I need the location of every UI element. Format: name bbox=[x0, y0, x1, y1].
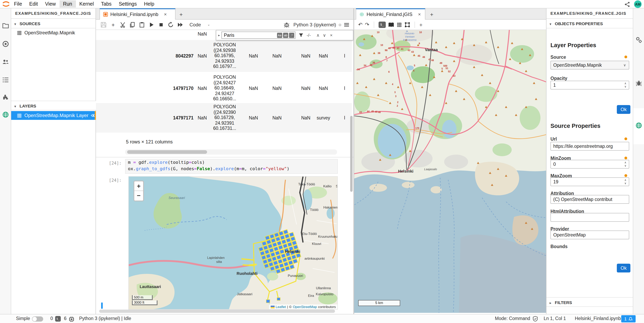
cell-type-select[interactable]: Code bbox=[190, 22, 201, 27]
notebook-hscrollbar-thumb[interactable] bbox=[99, 310, 335, 313]
htmlattribution-input[interactable] bbox=[550, 213, 629, 222]
menu-settings[interactable]: Settings bbox=[115, 0, 140, 7]
avatar[interactable]: AM bbox=[634, 0, 642, 8]
match-case-button[interactable]: Aa bbox=[277, 32, 282, 38]
raster-grid-icon bbox=[17, 30, 22, 35]
console-button[interactable]: $_ bbox=[378, 21, 386, 28]
url-input[interactable]: https://tile.openstreetmap.org bbox=[550, 142, 629, 151]
stop-icon[interactable] bbox=[157, 21, 166, 28]
jgis-globe-icon[interactable] bbox=[635, 122, 642, 129]
debugger-bug-icon[interactable] bbox=[282, 21, 291, 28]
filter-funnel-icon[interactable] bbox=[298, 33, 304, 37]
save-icon[interactable] bbox=[99, 21, 108, 28]
search-input[interactable]: Paris Aa ab .* bbox=[222, 31, 296, 39]
menu-run[interactable]: Run bbox=[59, 0, 76, 7]
layer-ok-button[interactable]: Ok bbox=[617, 105, 630, 114]
jupyter-logo-icon bbox=[2, 0, 10, 7]
paste-icon[interactable] bbox=[138, 21, 146, 28]
close-search-icon[interactable]: × bbox=[330, 33, 332, 37]
trust-shield-icon[interactable] bbox=[532, 316, 538, 322]
collaboration-icon[interactable] bbox=[2, 58, 9, 65]
new-raster-layer-icon[interactable] bbox=[396, 22, 402, 27]
osm-link[interactable]: OpenStreetMap bbox=[293, 305, 317, 309]
menu-file[interactable]: File bbox=[10, 0, 26, 7]
terminal-icon[interactable]: $_ bbox=[55, 316, 61, 322]
search-expand-icon[interactable]: ▸ bbox=[218, 33, 220, 37]
simple-mode-toggle[interactable] bbox=[32, 317, 43, 322]
new-tab-button[interactable]: + bbox=[428, 10, 436, 19]
close-icon[interactable]: × bbox=[418, 11, 421, 17]
street-block-polygon bbox=[293, 245, 298, 250]
code-cell-input[interactable]: m = gdf.explore(tooltip=cols) ox.graph_t… bbox=[125, 159, 338, 174]
run-all-icon[interactable] bbox=[176, 21, 185, 28]
new-tab-button[interactable]: + bbox=[177, 10, 185, 19]
source-ok-button[interactable]: Ok bbox=[617, 264, 630, 273]
jgis-map-view[interactable]: 1010983887363534346432404041414343454647… bbox=[354, 30, 546, 313]
street-block-polygon bbox=[266, 254, 271, 258]
active-file-name[interactable]: Helsinki_Finland.ipynb bbox=[575, 316, 621, 321]
kernel-name[interactable]: Python 3 (ipykernel) bbox=[294, 22, 336, 27]
layer-item-selected[interactable]: OpenStreetMap.Mapnik Layer bbox=[11, 111, 96, 120]
maxzoom-input[interactable]: 19 ∧∨ bbox=[550, 177, 629, 186]
jgis-globe-icon[interactable] bbox=[2, 111, 9, 118]
basemap-book-icon[interactable] bbox=[388, 22, 394, 27]
add-cell-icon[interactable]: + bbox=[109, 21, 118, 28]
objects-properties-header[interactable]: ▾ OBJECTS PROPERTIES bbox=[546, 19, 633, 28]
file-browser-icon[interactable] bbox=[2, 22, 9, 29]
menu-tabs[interactable]: Tabs bbox=[97, 0, 115, 7]
notebook-vscrollbar-thumb[interactable] bbox=[350, 116, 352, 192]
restart-kernel-icon[interactable] bbox=[166, 21, 175, 28]
opacity-input[interactable]: 1 ∧∨ bbox=[550, 81, 629, 89]
kernel-chip-icon[interactable] bbox=[69, 316, 74, 322]
next-match-icon[interactable]: ∨ bbox=[323, 32, 326, 38]
layers-section-header[interactable]: ▾ LAYERS bbox=[11, 101, 96, 110]
property-inspector-icon[interactable] bbox=[635, 36, 642, 43]
stepper-icon[interactable]: ∧∨ bbox=[624, 161, 626, 167]
zoom-in-button[interactable]: + bbox=[134, 181, 143, 191]
whole-word-button[interactable]: ab bbox=[283, 32, 288, 38]
tab-notebook[interactable]: Helsinki_Finland.ipynb × bbox=[100, 8, 176, 19]
cut-icon[interactable] bbox=[118, 21, 127, 28]
map-label: 36 bbox=[372, 61, 375, 64]
regex-button[interactable]: .* bbox=[289, 32, 294, 38]
menu-kernel[interactable]: Kernel bbox=[76, 0, 97, 7]
zoom-out-button[interactable]: − bbox=[134, 191, 143, 201]
menu-help[interactable]: Help bbox=[140, 0, 158, 7]
debugger-bug-icon[interactable] bbox=[635, 79, 642, 87]
notifications-badge[interactable]: 1 bbox=[621, 315, 636, 323]
minzoom-input[interactable]: 0 ∧∨ bbox=[550, 160, 629, 169]
extensions-icon[interactable] bbox=[2, 94, 9, 101]
source-select[interactable]: OpenStreetMap.Mapnik ∨ bbox=[550, 61, 629, 69]
stepper-icon[interactable]: ∧∨ bbox=[624, 179, 626, 185]
share-icon[interactable] bbox=[624, 1, 630, 7]
add-layer-icon[interactable]: + bbox=[419, 21, 422, 28]
sources-section-header[interactable]: ▾ SOURCES bbox=[11, 19, 96, 28]
new-vector-layer-icon[interactable] bbox=[404, 22, 410, 27]
table-hscrollbar-thumb[interactable] bbox=[127, 150, 207, 154]
kernel-status[interactable]: Python 3 (ipykernel) | Idle bbox=[79, 316, 131, 321]
undo-icon[interactable]: ↶ bbox=[358, 21, 362, 27]
opacity-label: Opacity bbox=[550, 76, 567, 81]
active-cell-indicator[interactable] bbox=[101, 303, 103, 309]
leaflet-link[interactable]: Leaflet bbox=[276, 305, 286, 309]
stepper-icon[interactable]: ∧∨ bbox=[624, 82, 626, 88]
filters-section-header[interactable]: ▸ FILTERS bbox=[546, 297, 633, 307]
leaflet-map-output[interactable]: Taka-TöölöKallioSörnSeurasaariTöölöHakan… bbox=[128, 176, 338, 310]
copy-icon[interactable] bbox=[128, 21, 137, 28]
toolbar-menu-icon[interactable] bbox=[342, 21, 351, 28]
tab-jgis[interactable]: Helsinki_Finland.jGIS × bbox=[356, 8, 425, 19]
cursor-position[interactable]: Ln 1, Col 1 bbox=[544, 316, 566, 321]
close-icon[interactable]: × bbox=[164, 11, 167, 17]
right-activity-bar bbox=[633, 8, 644, 314]
redo-icon[interactable]: ↷ bbox=[365, 21, 369, 27]
mode-indicator[interactable]: Mode: Command bbox=[495, 316, 530, 321]
previous-match-icon[interactable]: ∧ bbox=[316, 32, 320, 38]
run-icon[interactable] bbox=[147, 21, 156, 28]
menu-view[interactable]: View bbox=[41, 0, 59, 7]
attribution-input[interactable]: (C) OpenStreetMap contribut bbox=[550, 195, 629, 204]
table-of-contents-icon[interactable] bbox=[2, 76, 9, 83]
provider-input[interactable]: OpenStreetMap bbox=[550, 231, 629, 239]
menu-edit[interactable]: Edit bbox=[26, 0, 41, 7]
running-kernels-icon[interactable] bbox=[2, 40, 9, 47]
source-item[interactable]: OpenStreetMap.Mapnik bbox=[11, 28, 96, 37]
